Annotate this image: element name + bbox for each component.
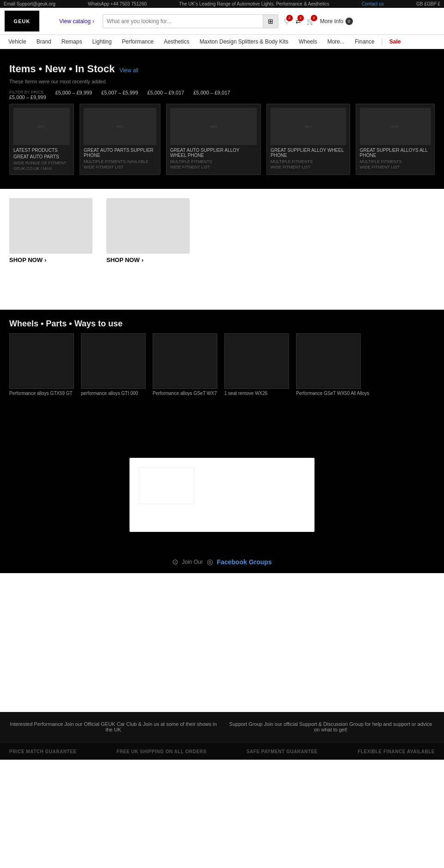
perf-image-2: [81, 333, 146, 389]
product-card-1[interactable]: IMG LATEST PRODUCTS GREAT AUTO PARTS WID…: [9, 104, 74, 175]
cart-button[interactable]: 🛒 0: [306, 17, 315, 26]
bottom-dark-section: [0, 449, 444, 550]
perf-label-5: Performance GSeT WX50 All Alloys: [296, 391, 369, 396]
compare-button[interactable]: ⇄ 2: [295, 17, 302, 26]
header: GEUK View catalog › ⊞ ♡ 2 ⇄ 2 🛒 0 More I…: [0, 8, 444, 35]
search-button[interactable]: ⊞: [263, 15, 278, 28]
white-gap-1: [0, 273, 444, 310]
price-range-5: £5,000 – £9,017: [193, 90, 230, 95]
perf-image-5: [296, 333, 361, 389]
view-catalog-button[interactable]: View catalog ›: [56, 16, 98, 26]
price-filter-5[interactable]: £5,000 – £9,017: [193, 90, 230, 100]
view-all-link[interactable]: View all: [119, 67, 138, 74]
product-image-2: IMG: [84, 108, 156, 145]
product-name-4: GREAT SUPPLIER ALLOY WHEEL PHONE: [271, 148, 346, 158]
price-filter-row: FILTER BY PRICE £5,000 – £9,999 £5,000 –…: [9, 90, 435, 100]
product-sub-2: WIDE FITMENT LIST: [84, 165, 156, 169]
price-range-label-1: FILTER BY PRICE: [9, 90, 46, 94]
product-name-3: GREAT AUTO SUPPLIER ALLOY WHEEL PHONE: [170, 148, 257, 158]
product-sub-4: WIDE FITMENT LIST: [271, 165, 346, 169]
nav-item-performance[interactable]: Performance: [117, 35, 158, 49]
perf-item-5[interactable]: Performance GSeT WX50 All Alloys: [296, 333, 369, 396]
perf-item-1[interactable]: Performance alloys GTX59 GT: [9, 333, 74, 396]
social-icon-1: ⊙: [172, 557, 178, 566]
footer-dark: Interested Performance Join our Official…: [0, 712, 444, 743]
nav-item-more[interactable]: More...: [323, 35, 349, 49]
mid-dark-section: Wheels • Parts • Ways to use Performance…: [0, 310, 444, 449]
more-info[interactable]: More Info 0: [320, 18, 353, 25]
price-filter-1[interactable]: FILTER BY PRICE £5,000 – £9,999: [9, 90, 46, 100]
nav-item-maxton[interactable]: Maxton Design Splitters & Body Kits: [195, 35, 293, 49]
nav-item-sale[interactable]: Sale: [385, 35, 406, 49]
product-image-1: IMG: [13, 108, 70, 145]
announcement-contact[interactable]: Contact us: [362, 1, 384, 6]
shop-now-item-2: SHOP NOW ›: [106, 198, 190, 263]
announcement-phone: WhatsApp +44 7503 751260: [88, 1, 147, 6]
footer-col-2: Support Group Join our official Support …: [227, 721, 435, 734]
perf-item-2[interactable]: performance alloys GTI 000: [81, 333, 146, 396]
arrow-icon-2: ›: [142, 256, 143, 263]
product-sub-1: GREAT AUTO PARTS: [13, 154, 70, 159]
price-filter-4[interactable]: £5,000 – £9,017: [148, 90, 185, 100]
product-name-5: GREAT SUPPLIER ALLOYS ALL PHONE: [360, 148, 431, 158]
cart-badge: 0: [311, 15, 317, 21]
price-filter-3[interactable]: £5,007 – £5,999: [101, 90, 138, 100]
shop-now-item-1: SHOP NOW ›: [9, 198, 92, 263]
product-compat-3: MULTIPLE FITMENTS: [170, 159, 257, 164]
price-filter-2[interactable]: £5,000 – £9,999: [56, 90, 92, 100]
search-box: ⊞: [103, 14, 278, 28]
perf-item-3[interactable]: Performance alloys GSeT WX7: [153, 333, 217, 396]
perf-item-4[interactable]: 1 seat remove WX26: [224, 333, 289, 396]
nav-item-remaps[interactable]: Remaps: [57, 35, 87, 49]
nav-divider: |: [380, 37, 384, 46]
perf-label-3: Performance alloys GSeT WX7: [153, 391, 217, 396]
product-sub-5: WIDE FITMENT LIST: [360, 165, 431, 169]
perf-image-4: [224, 333, 289, 389]
product-card-5[interactable]: IMG GREAT SUPPLIER ALLOYS ALL PHONE MULT…: [356, 104, 435, 175]
product-compat-4: MULTIPLE FITMENTS: [271, 159, 346, 164]
search-icon: ⊞: [268, 18, 273, 25]
announcement-tagline: The UK's Leading Range of Automotive Lig…: [179, 1, 329, 6]
arrow-icon-1: ›: [44, 256, 46, 263]
header-icons: ♡ 2 ⇄ 2 🛒 0: [283, 17, 315, 26]
wishlist-badge: 2: [286, 15, 293, 21]
product-card-4[interactable]: IMG GREAT SUPPLIER ALLOY WHEEL PHONE MUL…: [266, 104, 350, 175]
product-image-3: IMG: [170, 108, 257, 145]
product-compat-1: WIDE RANGE OF FITMENT: [13, 161, 70, 165]
product-image-5: IMG: [360, 108, 431, 145]
footer-bottom-item-3: SAFE PAYMENT GUARANTEE: [247, 749, 318, 754]
nav-item-vehicle[interactable]: Vehicle: [4, 35, 31, 49]
social-text-1: Join Our: [182, 559, 203, 565]
nav-item-brand[interactable]: Brand: [32, 35, 56, 49]
product-compat-5: MULTIPLE FITMENTS: [360, 159, 431, 164]
hero-title: Items • New • In Stock: [9, 63, 115, 75]
price-range-4: £5,000 – £9,017: [148, 90, 185, 95]
perf-label-1: Performance alloys GTX59 GT: [9, 391, 73, 396]
product-card-2[interactable]: IMG GREAT AUTO PARTS SUPPLIER PHONE MULT…: [80, 104, 160, 175]
nav-item-aesthetics[interactable]: Aesthetics: [159, 35, 194, 49]
footer-bottom-item-4: FLEXIBLE FINANCE AVAILABLE: [358, 749, 435, 754]
shop-now-image-1: [9, 198, 92, 254]
info-badge: 0: [345, 18, 353, 25]
price-range-3: £5,007 – £5,999: [101, 90, 138, 95]
performance-list: Performance alloys GTX59 GT performance …: [9, 333, 435, 396]
white-card: [130, 458, 314, 532]
shop-now-button-1[interactable]: SHOP NOW ›: [9, 256, 92, 263]
nav-item-wheels[interactable]: Wheels: [294, 35, 322, 49]
nav-item-lighting[interactable]: Lighting: [87, 35, 116, 49]
product-card-3[interactable]: IMG GREAT AUTO SUPPLIER ALLOY WHEEL PHON…: [166, 104, 261, 175]
wishlist-button[interactable]: ♡ 2: [283, 17, 291, 26]
shop-now-row: SHOP NOW › SHOP NOW ›: [0, 189, 444, 273]
nav-item-finance[interactable]: Finance: [350, 35, 379, 49]
search-input[interactable]: [103, 15, 263, 27]
logo-area: GEUK: [5, 11, 51, 31]
product-name-1: LATEST PRODUCTS: [13, 148, 70, 153]
facebook-groups-link[interactable]: Facebook Groups: [217, 558, 272, 566]
chevron-right-icon: ›: [92, 18, 94, 25]
mid-section-title: Wheels • Parts • Ways to use: [9, 319, 435, 329]
hero-subtitle: These Items were our most recently added: [9, 79, 435, 84]
card-logo-placeholder: [139, 467, 194, 504]
shop-now-button-2[interactable]: SHOP NOW ›: [106, 256, 190, 263]
announcement-bar: Email Support@geuk.org WhatsApp +44 7503…: [0, 0, 444, 8]
footer-title-1: Interested Performance Join our Official…: [9, 721, 217, 732]
